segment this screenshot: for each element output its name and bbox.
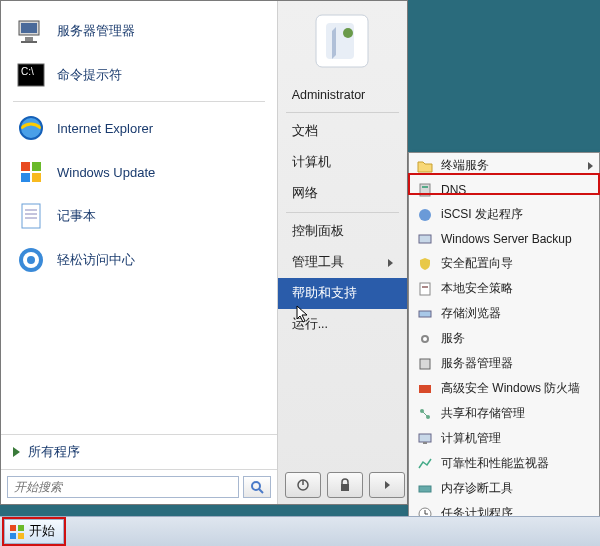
sub-security-config[interactable]: 安全配置向导 <box>409 251 599 276</box>
server-icon <box>417 356 433 372</box>
ease-access-icon <box>15 244 47 276</box>
chevron-right-icon <box>385 481 390 489</box>
chevron-right-icon <box>388 259 393 267</box>
pinned-ie[interactable]: Internet Explorer <box>7 106 271 150</box>
separator <box>286 112 399 113</box>
svg-rect-11 <box>32 173 41 182</box>
cmd-prompt-icon: C:\ <box>15 59 47 91</box>
pinned-label: 记事本 <box>57 207 96 225</box>
lock-button[interactable] <box>327 472 363 498</box>
all-programs-label: 所有程序 <box>28 443 80 461</box>
user-name[interactable]: Administrator <box>278 81 407 109</box>
start-menu: 服务器管理器 C:\ 命令提示符 Internet Explorer Wi <box>0 0 408 505</box>
shutdown-options-button[interactable] <box>369 472 405 498</box>
start-button[interactable]: 开始 <box>4 519 64 544</box>
svg-rect-32 <box>422 286 428 288</box>
sub-storage-explorer[interactable]: 存储浏览器 <box>409 301 599 326</box>
triangle-right-icon <box>13 447 20 457</box>
notepad-icon <box>15 200 47 232</box>
svg-rect-3 <box>21 41 37 43</box>
sub-perf-monitor[interactable]: 可靠性和性能监视器 <box>409 451 599 476</box>
sub-services[interactable]: 服务 <box>409 326 599 351</box>
svg-line-40 <box>422 411 428 417</box>
admin-tools-submenu: 终端服务 DNS iSCSI 发起程序 Windows Server Backu… <box>408 152 600 546</box>
share-icon <box>417 406 433 422</box>
svg-point-19 <box>252 482 260 490</box>
start-right-pane: Administrator 文档 计算机 网络 控制面板 管理工具 帮助和支持 … <box>278 1 407 504</box>
menu-computer[interactable]: 计算机 <box>278 147 407 178</box>
svg-rect-55 <box>18 525 24 531</box>
folder-icon <box>417 158 433 174</box>
pinned-label: Windows Update <box>57 165 155 180</box>
sub-iscsi[interactable]: iSCSI 发起程序 <box>409 202 599 227</box>
pinned-label: 轻松访问中心 <box>57 251 135 269</box>
svg-rect-28 <box>422 186 428 188</box>
power-buttons <box>285 472 405 498</box>
menu-admin-tools[interactable]: 管理工具 <box>278 247 407 278</box>
backup-icon <box>417 231 433 247</box>
storage-icon <box>417 306 433 322</box>
svg-rect-26 <box>341 484 349 491</box>
start-left-pane: 服务器管理器 C:\ 命令提示符 Internet Explorer Wi <box>1 1 278 504</box>
pinned-notepad[interactable]: 记事本 <box>7 194 271 238</box>
svg-rect-54 <box>10 525 16 531</box>
taskbar: 开始 <box>0 516 600 546</box>
start-label: 开始 <box>29 523 55 540</box>
svg-point-18 <box>27 256 35 264</box>
chevron-right-icon <box>588 162 593 170</box>
divider <box>13 101 265 102</box>
sub-local-security[interactable]: 本地安全策略 <box>409 276 599 301</box>
svg-line-20 <box>259 489 263 493</box>
pinned-server-manager[interactable]: 服务器管理器 <box>7 9 271 53</box>
firewall-icon <box>417 381 433 397</box>
windows-logo-icon <box>9 524 25 540</box>
policy-icon <box>417 281 433 297</box>
sub-server-manager[interactable]: 服务器管理器 <box>409 351 599 376</box>
sub-firewall[interactable]: 高级安全 Windows 防火墙 <box>409 376 599 401</box>
menu-run[interactable]: 运行... <box>278 309 407 340</box>
svg-rect-8 <box>21 162 30 171</box>
menu-network[interactable]: 网络 <box>278 178 407 209</box>
svg-point-29 <box>419 209 431 221</box>
sub-computer-mgmt[interactable]: 计算机管理 <box>409 426 599 451</box>
menu-control-panel[interactable]: 控制面板 <box>278 216 407 247</box>
svg-rect-42 <box>423 442 427 444</box>
svg-rect-27 <box>420 184 430 196</box>
memory-icon <box>417 481 433 497</box>
chart-icon <box>417 456 433 472</box>
svg-rect-37 <box>419 385 431 393</box>
search-input[interactable] <box>7 476 239 498</box>
pinned-programs: 服务器管理器 C:\ 命令提示符 Internet Explorer Wi <box>1 1 277 434</box>
sub-backup[interactable]: Windows Server Backup <box>409 227 599 251</box>
svg-point-35 <box>423 337 427 341</box>
all-programs[interactable]: 所有程序 <box>1 434 277 469</box>
search-icon <box>249 479 265 495</box>
sub-share-storage[interactable]: 共享和存储管理 <box>409 401 599 426</box>
windows-update-icon <box>15 156 47 188</box>
pinned-cmd[interactable]: C:\ 命令提示符 <box>7 53 271 97</box>
sub-memory-diag[interactable]: 内存诊断工具 <box>409 476 599 501</box>
user-picture[interactable] <box>278 1 407 81</box>
power-button[interactable] <box>285 472 321 498</box>
sub-dns[interactable]: DNS <box>409 178 599 202</box>
menu-help-support[interactable]: 帮助和支持 <box>278 278 407 309</box>
svg-rect-31 <box>420 283 430 295</box>
sub-terminal-services[interactable]: 终端服务 <box>409 153 599 178</box>
svg-rect-12 <box>22 204 40 228</box>
svg-rect-9 <box>32 162 41 171</box>
pinned-label: Internet Explorer <box>57 121 153 136</box>
svg-rect-2 <box>25 37 33 41</box>
monitor-icon <box>417 431 433 447</box>
pinned-windows-update[interactable]: Windows Update <box>7 150 271 194</box>
server-manager-icon <box>15 15 47 47</box>
menu-documents[interactable]: 文档 <box>278 116 407 147</box>
svg-point-23 <box>343 28 353 38</box>
search-row <box>1 469 277 504</box>
svg-text:C:\: C:\ <box>21 66 34 77</box>
pinned-ease-access[interactable]: 轻松访问中心 <box>7 238 271 282</box>
svg-rect-43 <box>419 486 431 492</box>
start-button-highlight: 开始 <box>2 517 66 546</box>
gear-icon <box>417 331 433 347</box>
dns-icon <box>417 182 433 198</box>
search-button[interactable] <box>243 476 271 498</box>
